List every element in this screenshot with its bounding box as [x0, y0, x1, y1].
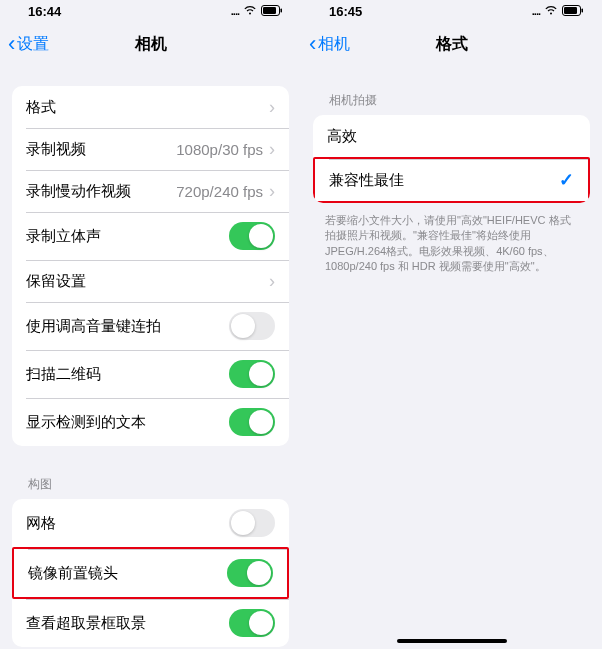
chevron-right-icon: ›: [269, 271, 275, 292]
row-format[interactable]: 格式 ›: [12, 86, 289, 128]
group-main: 格式 › 录制视频 1080p/30 fps › 录制慢动作视频 720p/24…: [12, 86, 289, 446]
svg-rect-4: [564, 7, 577, 14]
row-label: 录制立体声: [26, 227, 101, 246]
row-label: 使用调高音量键连拍: [26, 317, 161, 336]
toggle-detect-text[interactable]: [229, 408, 275, 436]
section-header-composition: 构图: [0, 470, 301, 499]
svg-rect-2: [281, 8, 283, 12]
signal-dots-icon: ....: [231, 5, 239, 17]
svg-rect-5: [582, 8, 584, 12]
chevron-right-icon: ›: [269, 139, 275, 160]
row-label: 镜像前置镜头: [28, 564, 118, 583]
toggle-view-outside-frame[interactable]: [229, 609, 275, 637]
row-stereo: 录制立体声: [12, 212, 289, 260]
row-view-outside-frame: 查看超取景框取景: [12, 599, 289, 647]
wifi-icon: [544, 4, 558, 19]
toggle-stereo[interactable]: [229, 222, 275, 250]
row-label: 高效: [327, 127, 357, 146]
chevron-right-icon: ›: [269, 181, 275, 202]
row-label: 兼容性最佳: [329, 171, 404, 190]
row-label: 扫描二维码: [26, 365, 101, 384]
chevron-left-icon: ‹: [309, 33, 316, 55]
status-time: 16:45: [329, 4, 362, 19]
svg-rect-1: [263, 7, 276, 14]
nav-back-button[interactable]: ‹ 相机: [309, 33, 350, 55]
nav-title: 格式: [436, 34, 468, 55]
battery-icon: [261, 4, 283, 19]
section-header-capture: 相机拍摄: [301, 86, 602, 115]
toggle-volume-burst[interactable]: [229, 312, 275, 340]
nav-bar: ‹ 相机 格式: [301, 22, 602, 66]
row-detect-text: 显示检测到的文本: [12, 398, 289, 446]
row-label: 录制视频: [26, 140, 86, 159]
nav-back-label: 设置: [17, 34, 49, 55]
home-indicator[interactable]: [397, 639, 507, 643]
group-format: 高效 兼容性最佳 ✓: [313, 115, 590, 203]
status-right: ....: [231, 4, 283, 19]
content: 相机拍摄 高效 兼容性最佳 ✓ 若要缩小文件大小，请使用"高效"HEIF/HEV…: [301, 66, 602, 649]
format-settings-screen: 16:45 .... ‹ 相机 格式 相机拍摄 高效 兼容性最佳 ✓: [301, 0, 602, 649]
nav-back-button[interactable]: ‹ 设置: [8, 33, 49, 55]
row-label: 录制慢动作视频: [26, 182, 131, 201]
status-time: 16:44: [28, 4, 61, 19]
row-detail: 1080p/30 fps: [176, 141, 263, 158]
row-volume-burst: 使用调高音量键连拍: [12, 302, 289, 350]
toggle-mirror-front[interactable]: [227, 559, 273, 587]
chevron-right-icon: ›: [269, 97, 275, 118]
footer-format: 若要缩小文件大小，请使用"高效"HEIF/HEVC 格式拍摄照片和视频。"兼容性…: [301, 213, 602, 285]
row-record-slomo[interactable]: 录制慢动作视频 720p/240 fps ›: [12, 170, 289, 212]
row-scan-qr: 扫描二维码: [12, 350, 289, 398]
battery-icon: [562, 4, 584, 19]
row-label: 查看超取景框取景: [26, 614, 146, 633]
nav-back-label: 相机: [318, 34, 350, 55]
wifi-icon: [243, 4, 257, 19]
nav-bar: ‹ 设置 相机: [0, 22, 301, 66]
row-mirror-front: 镜像前置镜头: [12, 547, 289, 599]
camera-settings-screen: 16:44 .... ‹ 设置 相机 格式 › 录制视频: [0, 0, 301, 649]
row-record-video[interactable]: 录制视频 1080p/30 fps ›: [12, 128, 289, 170]
row-high-efficiency[interactable]: 高效: [313, 115, 590, 157]
row-most-compatible[interactable]: 兼容性最佳 ✓: [313, 157, 590, 203]
toggle-scan-qr[interactable]: [229, 360, 275, 388]
content: 格式 › 录制视频 1080p/30 fps › 录制慢动作视频 720p/24…: [0, 66, 301, 649]
row-label: 格式: [26, 98, 56, 117]
row-grid: 网格: [12, 499, 289, 547]
row-label: 显示检测到的文本: [26, 413, 146, 432]
row-label: 保留设置: [26, 272, 86, 291]
chevron-left-icon: ‹: [8, 33, 15, 55]
nav-title: 相机: [135, 34, 167, 55]
signal-dots-icon: ....: [532, 5, 540, 17]
row-detail: 720p/240 fps: [176, 183, 263, 200]
row-preserve[interactable]: 保留设置 ›: [12, 260, 289, 302]
row-label: 网格: [26, 514, 56, 533]
group-composition: 网格 镜像前置镜头 查看超取景框取景: [12, 499, 289, 647]
status-bar: 16:44 ....: [0, 0, 301, 22]
status-bar: 16:45 ....: [301, 0, 602, 22]
checkmark-icon: ✓: [559, 169, 574, 191]
status-right: ....: [532, 4, 584, 19]
toggle-grid[interactable]: [229, 509, 275, 537]
